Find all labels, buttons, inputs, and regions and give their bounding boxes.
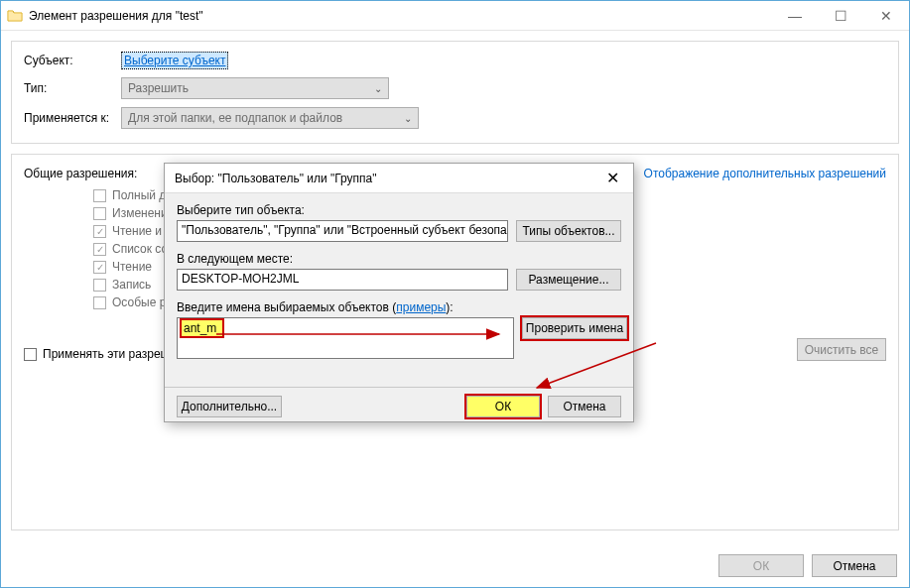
location-label: В следующем месте: xyxy=(177,252,621,266)
applies-combo-value: Для этой папки, ее подпапок и файлов xyxy=(128,111,342,125)
checkbox-label: Полный д xyxy=(112,188,166,202)
dialog-title: Выбор: "Пользователь" или "Группа" xyxy=(175,172,600,185)
checkbox-label: Чтение xyxy=(112,260,152,274)
checkbox-list[interactable]: ✓ xyxy=(93,243,106,256)
subject-fieldset: Субъект: Выберите субъект Тип: Разрешить… xyxy=(11,41,899,144)
check-names-button[interactable]: Проверить имена xyxy=(522,317,627,339)
checkbox-label: Изменени xyxy=(112,206,168,220)
type-label: Тип: xyxy=(24,81,121,95)
applies-combo[interactable]: Для этой папки, ее подпапок и файлов ⌄ xyxy=(121,107,419,129)
select-user-dialog: Выбор: "Пользователь" или "Группа" ✕ Выб… xyxy=(164,163,634,422)
close-button[interactable]: ✕ xyxy=(863,1,909,31)
permission-window: Элемент разрешения для "test" — ☐ ✕ Субъ… xyxy=(0,0,910,588)
show-advanced-permissions-link[interactable]: Отображение дополнительных разрешений xyxy=(644,167,886,180)
dialog-cancel-button[interactable]: Отмена xyxy=(548,396,621,417)
cancel-button[interactable]: Отмена xyxy=(812,554,897,577)
object-type-field: "Пользователь", "Группа" или "Встроенный… xyxy=(177,220,508,242)
applies-label: Применяется к: xyxy=(24,111,121,125)
checkbox-label: Запись xyxy=(112,278,151,292)
folder-icon xyxy=(7,8,23,24)
dialog-ok-button[interactable]: ОК xyxy=(466,396,540,417)
checkbox-full[interactable] xyxy=(93,189,106,202)
apply-only-label: Применять эти разреш xyxy=(43,347,170,361)
clear-all-button[interactable]: Очистить все xyxy=(797,338,886,361)
checkbox-read-exec[interactable]: ✓ xyxy=(93,225,106,238)
object-type-label: Выберите тип объекта: xyxy=(177,203,621,217)
object-names-label: Введите имена выбираемых объектов (приме… xyxy=(177,300,621,314)
type-combo[interactable]: Разрешить ⌄ xyxy=(121,77,389,99)
dialog-titlebar: Выбор: "Пользователь" или "Группа" ✕ xyxy=(165,164,633,193)
minimize-button[interactable]: — xyxy=(772,1,818,31)
object-names-value: ant_m xyxy=(182,320,222,336)
locations-button[interactable]: Размещение... xyxy=(516,269,621,291)
checkbox-special[interactable] xyxy=(93,296,106,309)
chevron-down-icon: ⌄ xyxy=(374,83,382,94)
chevron-down-icon: ⌄ xyxy=(404,113,412,124)
checkbox-label: Список со xyxy=(112,242,168,256)
object-types-button[interactable]: Типы объектов... xyxy=(516,220,621,242)
object-names-input[interactable]: ant_m xyxy=(177,317,514,359)
window-controls: — ☐ ✕ xyxy=(772,1,909,31)
type-combo-value: Разрешить xyxy=(128,81,189,95)
window-bottom-buttons: ОК Отмена xyxy=(718,554,897,577)
object-names-wrap: ant_m xyxy=(177,317,514,359)
names-label-suffix: ): xyxy=(446,300,453,314)
examples-link[interactable]: примеры xyxy=(396,300,446,314)
checkbox-write[interactable] xyxy=(93,279,106,292)
maximize-button[interactable]: ☐ xyxy=(818,1,863,31)
checkbox-read[interactable]: ✓ xyxy=(93,261,106,274)
dialog-separator xyxy=(165,387,633,388)
checkbox-label: Чтение и в xyxy=(112,224,172,238)
close-icon[interactable]: ✕ xyxy=(600,169,625,187)
titlebar: Элемент разрешения для "test" — ☐ ✕ xyxy=(1,1,909,31)
select-subject-link[interactable]: Выберите субъект xyxy=(121,52,228,69)
advanced-button[interactable]: Дополнительно... xyxy=(177,396,282,417)
permissions-header: Общие разрешения: xyxy=(24,167,137,180)
window-title: Элемент разрешения для "test" xyxy=(29,9,772,23)
checkbox-modify[interactable] xyxy=(93,207,106,220)
names-label-prefix: Введите имена выбираемых объектов ( xyxy=(177,300,396,314)
checkbox-label: Особые р xyxy=(112,295,166,309)
dialog-bottom-buttons: Дополнительно... ОК Отмена xyxy=(165,396,633,427)
subject-label: Субъект: xyxy=(24,54,121,67)
location-field: DESKTOP-MOH2JML xyxy=(177,269,508,291)
ok-button[interactable]: ОК xyxy=(718,554,804,577)
apply-only-checkbox[interactable] xyxy=(24,348,37,361)
dialog-body: Выберите тип объекта: "Пользователь", "Г… xyxy=(165,193,633,379)
